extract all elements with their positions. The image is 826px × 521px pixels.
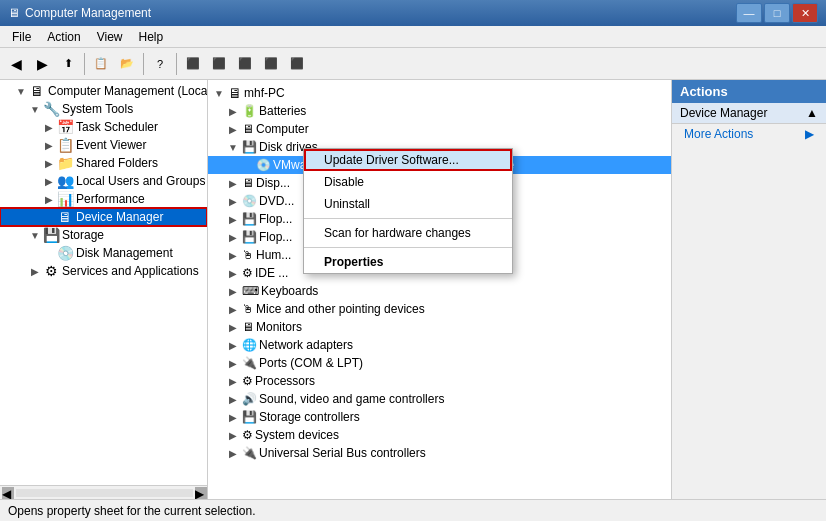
help-button[interactable]: ?: [148, 52, 172, 76]
device-manager-label: Device Manager: [76, 210, 163, 224]
storage-ctrl-label: Storage controllers: [259, 410, 360, 424]
expand-icon: ▶: [226, 106, 240, 117]
back-button[interactable]: ◀: [4, 52, 28, 76]
tool2-button[interactable]: ⬛: [207, 52, 231, 76]
menu-bar: File Action View Help: [0, 26, 826, 48]
disp-label: Disp...: [256, 176, 290, 190]
folder-button[interactable]: 📂: [115, 52, 139, 76]
dev-node-system-dev[interactable]: ▶ ⚙ System devices: [208, 426, 671, 444]
expand-icon: ▶: [28, 266, 42, 277]
computer2-icon: 🖥: [242, 122, 254, 136]
left-scrollbar[interactable]: ◀ ▶: [0, 485, 207, 499]
expand-icon: ▶: [226, 358, 240, 369]
minimize-button[interactable]: —: [736, 3, 762, 23]
ctx-update-driver[interactable]: Update Driver Software...: [304, 149, 512, 171]
hum-label: Hum...: [256, 248, 291, 262]
tree-node-event-viewer[interactable]: ▶ 📋 Event Viewer: [0, 136, 207, 154]
ctx-properties[interactable]: Properties: [304, 251, 512, 273]
actions-section-title[interactable]: Device Manager ▲: [672, 103, 826, 124]
tree-node-device-manager[interactable]: 🖥 Device Manager: [0, 208, 207, 226]
expand-icon: ▶: [226, 376, 240, 387]
device-manager-icon: 🖥: [56, 208, 74, 226]
tool3-button[interactable]: ⬛: [233, 52, 257, 76]
expand-icon: ▶: [226, 196, 240, 207]
expand-icon: ▼: [226, 142, 240, 153]
dev-node-processors[interactable]: ▶ ⚙ Processors: [208, 372, 671, 390]
status-bar: Opens property sheet for the current sel…: [0, 499, 826, 521]
menu-view[interactable]: View: [89, 28, 131, 46]
tool5-button[interactable]: ⬛: [285, 52, 309, 76]
expand-icon: ▶: [226, 394, 240, 405]
dev-node-mhf-pc[interactable]: ▼ 🖥 mhf-PC: [208, 84, 671, 102]
show-hide-button[interactable]: 📋: [89, 52, 113, 76]
services-label: Services and Applications: [62, 264, 199, 278]
tree-node-system-tools[interactable]: ▼ 🔧 System Tools: [0, 100, 207, 118]
more-actions-item[interactable]: More Actions ▶: [672, 124, 826, 144]
tree-node-services[interactable]: ▶ ⚙ Services and Applications: [0, 262, 207, 280]
storage-icon: 💾: [42, 226, 60, 244]
ctx-uninstall[interactable]: Uninstall: [304, 193, 512, 215]
menu-action[interactable]: Action: [39, 28, 88, 46]
expand-icon: ▶: [226, 268, 240, 279]
tree-node-task-scheduler[interactable]: ▶ 📅 Task Scheduler: [0, 118, 207, 136]
dev-node-monitors[interactable]: ▶ 🖥 Monitors: [208, 318, 671, 336]
ctx-scan-hardware-label: Scan for hardware changes: [324, 226, 471, 240]
middle-panel[interactable]: ▼ 🖥 mhf-PC ▶ 🔋 Batteries ▶ 🖥 Computer ▼ …: [208, 80, 671, 499]
task-scheduler-icon: 📅: [56, 118, 74, 136]
ctx-scan-hardware[interactable]: Scan for hardware changes: [304, 222, 512, 244]
tree-node-disk-management[interactable]: 💿 Disk Management: [0, 244, 207, 262]
title-bar-controls: — □ ✕: [736, 3, 818, 23]
expand-icon: ▶: [42, 158, 56, 169]
scroll-track: [16, 489, 193, 497]
event-viewer-label: Event Viewer: [76, 138, 146, 152]
tool4-button[interactable]: ⬛: [259, 52, 283, 76]
processors-icon: ⚙: [242, 374, 253, 388]
tree-node-computer-management[interactable]: ▼ 🖥 Computer Management (Local: [0, 82, 207, 100]
tool1-button[interactable]: ⬛: [181, 52, 205, 76]
performance-icon: 📊: [56, 190, 74, 208]
batteries-label: Batteries: [259, 104, 306, 118]
expand-icon: ▶: [226, 304, 240, 315]
network-label: Network adapters: [259, 338, 353, 352]
dev-node-batteries[interactable]: ▶ 🔋 Batteries: [208, 102, 671, 120]
dev-node-network[interactable]: ▶ 🌐 Network adapters: [208, 336, 671, 354]
system-dev-icon: ⚙: [242, 428, 253, 442]
sound-label: Sound, video and game controllers: [259, 392, 444, 406]
tree-node-performance[interactable]: ▶ 📊 Performance: [0, 190, 207, 208]
dev-node-storage-ctrl[interactable]: ▶ 💾 Storage controllers: [208, 408, 671, 426]
maximize-button[interactable]: □: [764, 3, 790, 23]
dev-node-sound[interactable]: ▶ 🔊 Sound, video and game controllers: [208, 390, 671, 408]
actions-header: Actions: [672, 80, 826, 103]
menu-file[interactable]: File: [4, 28, 39, 46]
expand-icon: ▶: [226, 232, 240, 243]
tree-node-storage[interactable]: ▼ 💾 Storage: [0, 226, 207, 244]
close-button[interactable]: ✕: [792, 3, 818, 23]
services-icon: ⚙: [42, 262, 60, 280]
system-tools-label: System Tools: [62, 102, 133, 116]
mice-label: Mice and other pointing devices: [256, 302, 425, 316]
shared-folders-label: Shared Folders: [76, 156, 158, 170]
tree-node-local-users[interactable]: ▶ 👥 Local Users and Groups: [0, 172, 207, 190]
expand-icon: ▼: [14, 86, 28, 97]
toolbar-separator-2: [143, 53, 144, 75]
dev-node-computer[interactable]: ▶ 🖥 Computer: [208, 120, 671, 138]
scroll-left-button[interactable]: ◀: [2, 487, 14, 499]
dev-node-ports[interactable]: ▶ 🔌 Ports (COM & LPT): [208, 354, 671, 372]
ctx-separator-1: [304, 218, 512, 219]
network-icon: 🌐: [242, 338, 257, 352]
expand-icon: ▶: [42, 194, 56, 205]
dev-node-keyboards[interactable]: ▶ ⌨ Keyboards: [208, 282, 671, 300]
ide-icon: ⚙: [242, 266, 253, 280]
tree-node-shared-folders[interactable]: ▶ 📁 Shared Folders: [0, 154, 207, 172]
dev-node-usb[interactable]: ▶ 🔌 Universal Serial Bus controllers: [208, 444, 671, 462]
ctx-disable[interactable]: Disable: [304, 171, 512, 193]
scroll-right-button[interactable]: ▶: [195, 487, 207, 499]
forward-button[interactable]: ▶: [30, 52, 54, 76]
toolbar: ◀ ▶ ⬆ 📋 📂 ? ⬛ ⬛ ⬛ ⬛ ⬛: [0, 48, 826, 80]
menu-help[interactable]: Help: [131, 28, 172, 46]
left-panel-tree[interactable]: ▼ 🖥 Computer Management (Local ▼ 🔧 Syste…: [0, 80, 208, 499]
up-button[interactable]: ⬆: [56, 52, 80, 76]
dev-node-mice[interactable]: ▶ 🖱 Mice and other pointing devices: [208, 300, 671, 318]
right-panel: Actions Device Manager ▲ More Actions ▶: [671, 80, 826, 499]
title-bar-left: 🖥 Computer Management: [8, 6, 151, 20]
